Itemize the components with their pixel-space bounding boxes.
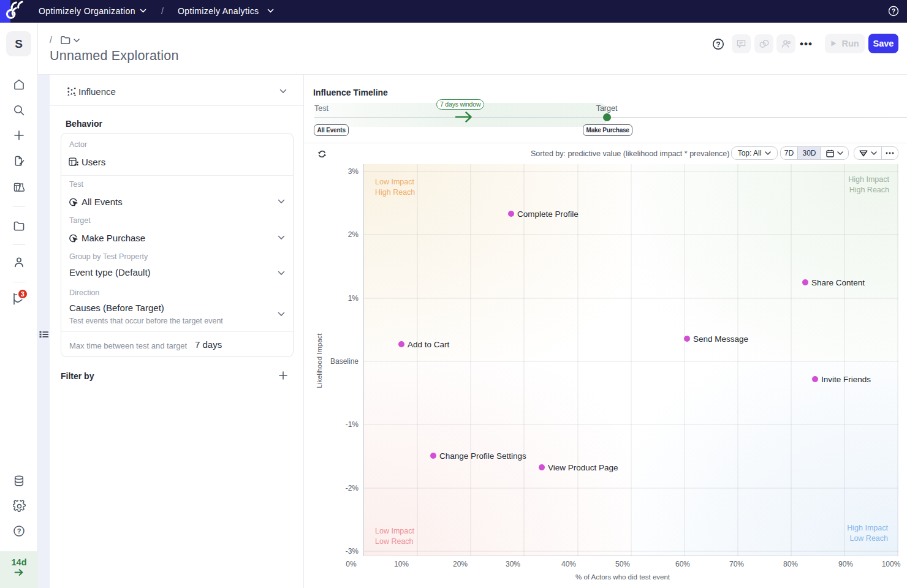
svg-text:?: ? [17,527,21,535]
svg-text:?: ? [716,40,720,49]
svg-text:?: ? [892,8,895,15]
